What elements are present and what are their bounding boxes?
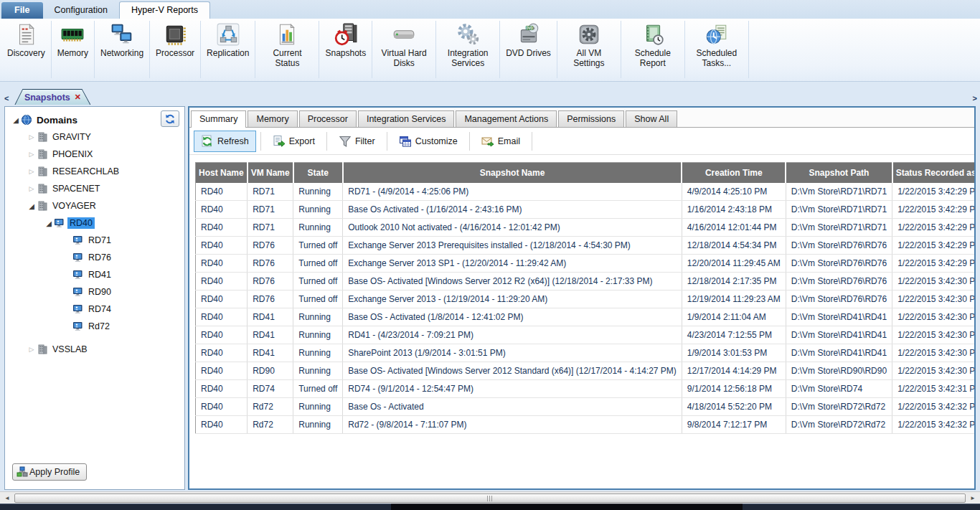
- ribbon-button-snapshots[interactable]: Snapshots: [319, 21, 372, 78]
- column-header-host_name[interactable]: Host Name: [196, 163, 248, 183]
- export-button[interactable]: Export: [265, 131, 322, 152]
- svg-text:DVD: DVD: [526, 27, 533, 30]
- column-header-status_recorded_as_on[interactable]: Status Recorded as on: [892, 163, 974, 183]
- table-row[interactable]: RD40RD71RunningOutlook 2010 Not activate…: [196, 219, 975, 237]
- tree-item-rd71[interactable]: RD71: [11, 232, 182, 249]
- cell-snapshot_name: Exchange Server 2013 SP1 - (12/20/2014 -…: [343, 255, 682, 273]
- scroll-right-icon[interactable]: ►: [967, 495, 979, 501]
- ribbon-button-dvd-drives[interactable]: DVD DVD Drives: [500, 21, 557, 78]
- domain-server-icon: [37, 166, 49, 177]
- cell-snapshot_path: D:\Vm Store\RD41\RD41: [786, 308, 892, 326]
- tree-item-rd74[interactable]: RD74: [11, 301, 182, 318]
- table-row[interactable]: RD40Rd72RunningBase Os - Activated4/18/2…: [196, 398, 975, 416]
- expand-icon[interactable]: ◢: [44, 219, 54, 227]
- table-row[interactable]: RD40RD76Turned offExchange Server 2013 -…: [196, 291, 975, 308]
- table-row[interactable]: RD40RD41RunningSharePoint 2013 (1/9/2014…: [196, 344, 975, 362]
- taskbar-segment: [743, 504, 980, 510]
- tree-item-voyager[interactable]: ◢ VOYAGER: [11, 197, 182, 214]
- tree-item-rd90[interactable]: RD90: [11, 283, 182, 301]
- snapshot-report-panel: Summary Memory Processor Integration Ser…: [188, 106, 976, 490]
- tree-item-researchlab[interactable]: ▷ RESEARCHLAB: [11, 163, 182, 180]
- tab-hyperv-reports[interactable]: Hyper-V Reports: [119, 1, 210, 19]
- table-row[interactable]: RD40RD41RunningRD41 - (4/23/2014 - 7:09:…: [196, 326, 975, 344]
- table-row[interactable]: RD40RD76Turned offExchange Server 2013 S…: [196, 255, 975, 273]
- tree-item-gravity[interactable]: ▷ GRAVITY: [11, 128, 182, 146]
- cell-status_recorded_as_on: 1/22/2015 3:42:29 PM: [892, 219, 974, 237]
- column-header-vm_name[interactable]: VM Name: [248, 163, 293, 183]
- filter-icon: [339, 135, 352, 148]
- tab-show-all[interactable]: Show All: [626, 110, 677, 127]
- cell-creation_time: 1/9/2014 2:11:04 AM: [682, 308, 786, 326]
- tab-file[interactable]: File: [1, 2, 43, 19]
- tree-item-phoenix[interactable]: ▷ PHOENIX: [11, 146, 182, 163]
- expand-icon[interactable]: ◢: [27, 202, 37, 210]
- cell-snapshot_name: Base Os - Activated: [343, 398, 682, 416]
- table-row[interactable]: RD40RD71RunningRD71 - (4/9/2014 - 4:25:0…: [196, 183, 975, 201]
- table-row[interactable]: RD40Rd72RunningRd72 - (9/8/2014 - 7:11:0…: [196, 416, 975, 434]
- column-header-state[interactable]: State: [293, 163, 343, 183]
- bar-chart-icon: [275, 22, 299, 47]
- ribbon-button-integration-services[interactable]: Integration Services: [436, 21, 500, 78]
- tab-configuration[interactable]: Configuration: [43, 2, 119, 19]
- tree-refresh-button[interactable]: [161, 110, 179, 127]
- expand-icon[interactable]: ▷: [27, 133, 37, 141]
- table-row[interactable]: RD40RD90RunningBase OS- Activated [Windo…: [196, 362, 975, 380]
- ribbon-button-discovery[interactable]: Discovery: [1, 21, 52, 78]
- tab-scroll-right-icon[interactable]: >: [973, 94, 977, 103]
- table-row[interactable]: RD40RD74Turned offRD74 - (9/1/2014 - 12:…: [196, 380, 975, 398]
- ribbon-button-memory[interactable]: Memory: [52, 21, 95, 78]
- doc-tab-snapshots[interactable]: Snapshots ✕: [14, 89, 90, 105]
- table-row[interactable]: RD40RD41RunningBase OS - Activated (1/8/…: [196, 308, 975, 326]
- snapshots-clock-icon: [334, 22, 358, 47]
- ribbon-button-virtual-hard-disks[interactable]: Virtual Hard Disks: [372, 21, 436, 78]
- ribbon-button-networking[interactable]: Networking: [95, 21, 150, 78]
- tree-item-rd41[interactable]: RD41: [11, 266, 182, 283]
- column-header-snapshot_path[interactable]: Snapshot Path: [786, 163, 892, 183]
- ribbon-button-current-status[interactable]: Current Status: [255, 21, 319, 78]
- tab-processor[interactable]: Processor: [299, 110, 357, 127]
- tab-management-actions[interactable]: Management Actions: [456, 110, 557, 127]
- expand-icon[interactable]: ▷: [27, 185, 37, 192]
- tree-item-rd40[interactable]: ◢ RD40: [11, 214, 182, 232]
- ribbon-button-replication[interactable]: Replication: [201, 21, 255, 78]
- table-row[interactable]: RD40RD71RunningBase Os Activated - (1/16…: [196, 201, 975, 219]
- filter-button[interactable]: Filter: [331, 131, 382, 152]
- tree-item-rd72[interactable]: Rd72: [11, 318, 182, 335]
- expand-icon[interactable]: ▷: [27, 151, 37, 158]
- scroll-left-icon[interactable]: ◄: [1, 495, 13, 501]
- cell-host_name: RD40: [196, 291, 248, 308]
- cell-vm_name: Rd72: [248, 416, 293, 434]
- expand-icon[interactable]: ◢: [11, 116, 21, 124]
- ribbon-button-scheduled-tasks[interactable]: Scheduled Tasks...: [685, 21, 749, 78]
- ribbon-button-processor[interactable]: Processor: [150, 21, 201, 78]
- tab-memory[interactable]: Memory: [248, 110, 297, 127]
- horizontal-scrollbar[interactable]: ◄ ►: [0, 491, 980, 504]
- column-header-snapshot_name[interactable]: Snapshot Name: [343, 163, 682, 183]
- refresh-button[interactable]: Refresh: [194, 131, 256, 152]
- tab-scroll-left-icon[interactable]: <: [0, 94, 13, 105]
- table-row[interactable]: RD40RD76Turned offExchange Server 2013 P…: [196, 237, 975, 255]
- email-button[interactable]: Email: [474, 131, 527, 152]
- tree-item-rd76[interactable]: RD76: [11, 249, 182, 266]
- snapshot-table-container: Host NameVM NameStateSnapshot NameCreati…: [189, 155, 974, 488]
- expand-icon[interactable]: ▷: [27, 346, 37, 353]
- column-header-creation_time[interactable]: Creation Time: [682, 163, 786, 183]
- cell-creation_time: 12/17/2014 4:14:29 PM: [682, 362, 786, 380]
- tree-item-vsslab[interactable]: ▷ VSSLAB: [11, 341, 182, 358]
- customize-button[interactable]: Customize: [392, 131, 465, 152]
- cell-creation_time: 12/19/2014 11:29:23 AM: [682, 291, 786, 308]
- ribbon-button-all-vm-settings[interactable]: All VM Settings: [557, 21, 621, 78]
- tree-item-spacenet[interactable]: ▷ SPACENET: [11, 180, 182, 197]
- apply-profile-button[interactable]: Apply Profile: [12, 463, 87, 481]
- settings-gear-icon: [577, 22, 601, 47]
- tab-integration-services[interactable]: Integration Services: [358, 110, 454, 127]
- ribbon-button-schedule-report[interactable]: Schedule Report: [621, 21, 685, 78]
- expand-icon[interactable]: ▷: [27, 168, 37, 175]
- tree-item-domains[interactable]: ◢ Domains: [11, 111, 182, 128]
- table-row[interactable]: RD40RD76Turned offBase OS- Activated [Wi…: [196, 273, 975, 291]
- scrollbar-thumb[interactable]: [14, 494, 966, 503]
- tab-permissions[interactable]: Permissions: [558, 110, 624, 127]
- cell-host_name: RD40: [196, 380, 248, 398]
- close-icon[interactable]: ✕: [75, 93, 81, 102]
- tab-summary[interactable]: Summary: [191, 110, 246, 128]
